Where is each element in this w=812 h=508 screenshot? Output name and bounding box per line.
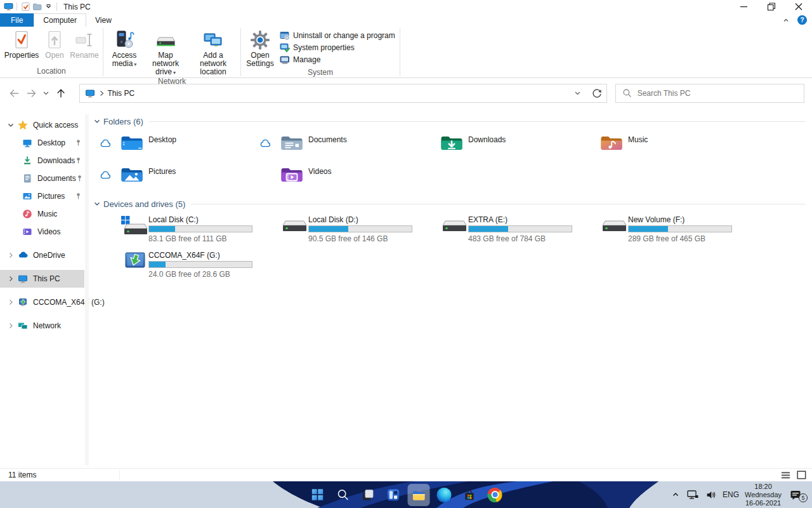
system-properties-button[interactable]: System properties (277, 41, 398, 53)
chrome-button[interactable] (487, 487, 503, 503)
folder-tile-videos[interactable]: Videos (259, 163, 419, 195)
tab-computer[interactable]: Computer (34, 13, 86, 27)
drive-tile-f[interactable]: New Volume (F:) 289 GB free of 465 GB (579, 214, 738, 250)
disk-usage-bar (308, 225, 412, 232)
system-tray: ENG 18:20 Wednesday 16-06-2021 5 (671, 481, 808, 508)
manage-button[interactable]: Manage (277, 53, 398, 65)
tab-file[interactable]: File (0, 13, 34, 27)
collapse-ribbon-icon[interactable] (782, 17, 790, 24)
address-this-pc-icon (85, 88, 95, 98)
chevron-right-icon[interactable] (5, 276, 16, 282)
edge-button[interactable] (436, 487, 452, 503)
map-network-drive-icon (155, 29, 176, 51)
refresh-icon[interactable] (587, 84, 606, 102)
drive-tile-g[interactable]: CCCOMA_X64F (G:) 24.0 GB free of 28.6 GB (99, 250, 259, 285)
details-view-button[interactable] (778, 469, 792, 481)
widgets-button[interactable] (386, 487, 402, 503)
folders-group-header[interactable]: Folders (6) (94, 115, 806, 128)
system-drive-icon (121, 215, 148, 236)
sidebar-item-cccoma-x64f[interactable]: CCCOMA_X64F (G:) (0, 293, 84, 311)
pictures-folder-icon (121, 164, 148, 185)
sidebar-scrollbar[interactable] (85, 114, 89, 465)
music-icon (21, 209, 34, 219)
language-indicator[interactable]: ENG (723, 490, 739, 499)
address-dropdown-icon[interactable] (568, 84, 587, 102)
chevron-right-icon[interactable] (5, 299, 16, 305)
window-controls (730, 0, 812, 13)
system-properties-icon (280, 43, 290, 53)
drives-group-header[interactable]: Devices and drives (5) (94, 197, 806, 210)
address-bar[interactable]: This PC (79, 84, 606, 103)
recent-locations-dropdown[interactable] (41, 84, 52, 103)
pin-icon (76, 175, 83, 182)
network-tray-icon[interactable] (686, 489, 699, 500)
restore-button[interactable] (757, 0, 785, 13)
titlebar-separator (16, 3, 17, 11)
cloud-sync-icon (100, 171, 111, 179)
qat-properties-icon[interactable] (20, 1, 31, 13)
open-button: Open (42, 27, 67, 60)
breadcrumb-chevron-icon[interactable] (99, 90, 105, 97)
sidebar-item-music[interactable]: Music (0, 205, 84, 223)
sidebar-item-documents[interactable]: Documents (0, 170, 84, 187)
folder-tile-desktop[interactable]: Desktop (99, 131, 259, 163)
drive-tile-d[interactable]: Local Disk (D:) 90.5 GB free of 146 GB (259, 214, 419, 250)
collapse-group-icon[interactable] (94, 201, 100, 207)
search-box[interactable] (615, 84, 804, 103)
microsoft-store-button[interactable] (462, 487, 478, 503)
qat-dropdown-icon[interactable] (43, 1, 54, 13)
chevron-down-icon[interactable] (5, 122, 16, 128)
folder-tile-music[interactable]: Music (579, 131, 738, 163)
start-button[interactable] (310, 487, 325, 503)
drive-tile-c[interactable]: Local Disk (C:) 83.1 GB free of 111 GB (99, 214, 259, 250)
tab-view[interactable]: View (86, 13, 121, 27)
file-explorer-button[interactable] (411, 487, 427, 503)
search-button[interactable] (335, 487, 351, 503)
qat-new-folder-icon[interactable] (31, 1, 43, 13)
screen: This PC File Computer View ? (0, 0, 812, 508)
sidebar-item-downloads[interactable]: Downloads (0, 152, 84, 170)
access-media-button[interactable]: Access media▾ (106, 27, 143, 69)
open-settings-button[interactable]: Open Settings (244, 27, 277, 68)
folder-tile-downloads[interactable]: Downloads (419, 131, 579, 163)
breadcrumb-this-pc[interactable]: This PC (107, 89, 134, 98)
drive-tile-e[interactable]: EXTRA (E:) 483 GB free of 784 GB (419, 214, 579, 250)
add-network-location-button[interactable]: Add a network location (188, 27, 238, 76)
uninstall-icon (280, 30, 290, 41)
tray-chevron-up-icon[interactable] (671, 490, 681, 500)
sidebar-item-this-pc[interactable]: This PC (0, 270, 84, 288)
app-icon-this-pc (3, 1, 14, 13)
tray-clock[interactable]: 18:20 Wednesday 16-06-2021 (745, 483, 782, 507)
sidebar-item-videos[interactable]: Videos (0, 223, 84, 241)
drive-free-space: 289 GB free of 465 GB (628, 234, 732, 243)
back-button[interactable] (5, 84, 23, 103)
sidebar-item-desktop[interactable]: Desktop (0, 134, 84, 152)
sidebar-item-onedrive[interactable]: OneDrive (0, 246, 84, 264)
documents-folder-icon (280, 133, 308, 153)
uninstall-program-button[interactable]: Uninstall or change a program (277, 29, 398, 41)
sidebar-item-pictures[interactable]: Pictures (0, 187, 84, 205)
thumbnails-view-button[interactable] (794, 469, 808, 481)
task-view-button[interactable] (360, 487, 376, 503)
search-input[interactable] (638, 89, 797, 98)
cloud-sync-icon (100, 139, 111, 147)
folder-tile-pictures[interactable]: Pictures (99, 163, 259, 195)
minimize-button[interactable] (730, 0, 757, 13)
collapse-group-icon[interactable] (94, 118, 100, 124)
group-label-location: Location (0, 67, 103, 77)
pin-icon (75, 157, 82, 164)
map-network-drive-button[interactable]: Map network drive▾ (144, 27, 187, 77)
sidebar-item-quick-access[interactable]: Quick access (0, 116, 84, 134)
up-button[interactable] (52, 84, 71, 103)
chevron-right-icon[interactable] (5, 323, 16, 329)
chevron-right-icon[interactable] (5, 252, 16, 258)
forward-button[interactable] (23, 84, 41, 103)
volume-tray-icon[interactable] (705, 489, 717, 500)
properties-button[interactable]: Properties (3, 27, 41, 60)
rename-button: Rename (69, 27, 100, 60)
notification-center-icon[interactable]: 5 (790, 490, 802, 500)
sidebar-item-network[interactable]: Network (0, 317, 84, 335)
close-button[interactable] (785, 0, 812, 13)
help-icon[interactable]: ? (797, 15, 807, 25)
folder-tile-documents[interactable]: Documents (259, 131, 419, 163)
